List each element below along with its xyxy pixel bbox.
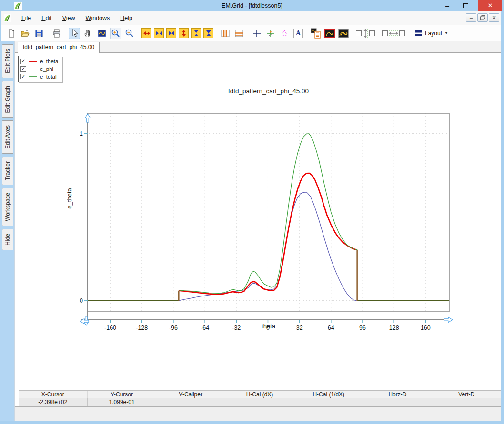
plot-report-button[interactable]	[310, 28, 322, 39]
print-button[interactable]	[51, 28, 62, 39]
menu-help[interactable]: Help	[116, 13, 137, 23]
emgrid-logo-icon	[14, 2, 22, 10]
v-compress-button[interactable]	[191, 28, 201, 38]
caliper-triangle-icon	[280, 29, 289, 38]
tracker-button[interactable]	[265, 28, 276, 39]
tracker-column-header: V-Caliper	[156, 391, 225, 398]
axis-pan-right-arrow[interactable]	[444, 317, 453, 323]
pointer-button[interactable]	[69, 28, 80, 39]
close-button[interactable]: ✕	[478, 0, 502, 11]
legend-checkbox[interactable]: ✓	[20, 74, 26, 79]
text-annotation-button[interactable]: A	[292, 28, 304, 39]
legend-item: ✓ e_total	[20, 73, 58, 80]
legend-item: ✓ e_theta	[20, 58, 58, 65]
tracker-column-value: 1.099e-01	[88, 398, 157, 406]
zoom-in-button[interactable]	[110, 28, 121, 39]
new-button[interactable]	[6, 28, 17, 39]
letter-a-icon: A	[293, 29, 303, 38]
chevron-down-icon: ▼	[444, 31, 448, 35]
tracker-column-header: H-Cal (dX)	[225, 391, 294, 398]
mdi-minimize-button[interactable]: –	[466, 13, 476, 22]
sidebar-tab-label: Edit Graph	[4, 86, 11, 113]
document-tab[interactable]: fdtd_pattern_cart_phi_45.00	[18, 42, 100, 53]
zoom-out-button[interactable]	[124, 28, 135, 39]
sidebar-tab-hide[interactable]: Hide	[2, 229, 13, 250]
tracker-column-value	[225, 398, 294, 406]
floppy-disk-icon	[34, 29, 44, 38]
y-tick-label: 0	[80, 297, 83, 304]
maximize-button[interactable]	[458, 0, 473, 11]
v-expand-icon	[180, 30, 188, 37]
file-group	[6, 28, 45, 39]
layout-dropdown-button[interactable]: Layout ▼	[412, 28, 452, 39]
tracker-axes-icon	[266, 29, 275, 38]
crosshair-button[interactable]	[251, 28, 262, 39]
tracker-column-header: X-Cursor	[19, 391, 88, 398]
minimize-button[interactable]: –	[440, 0, 454, 11]
legend-label: e_theta	[40, 59, 58, 64]
sidebar-tab-label: Workspace	[4, 193, 11, 221]
mdi-close-button[interactable]: ✕	[489, 13, 499, 22]
sidebar-tab-tracker[interactable]: Tracker	[2, 157, 13, 185]
toolbar: A Layout ▼	[1, 25, 501, 41]
legend-checkbox[interactable]: ✓	[20, 59, 26, 64]
tracker-column-value	[432, 398, 501, 406]
caliper-button[interactable]	[279, 28, 290, 39]
distribute-h-group	[382, 28, 405, 39]
print-group	[51, 28, 62, 39]
app-window: EM.Grid - [fdtdlesson5] – ✕ File Edit Vi…	[0, 0, 504, 424]
open-button[interactable]	[20, 28, 31, 39]
menu-edit[interactable]: Edit	[37, 13, 56, 23]
hand-icon	[83, 29, 93, 38]
legend-line-swatch	[29, 61, 37, 62]
layout-label: Layout	[425, 30, 442, 37]
mdi-restore-button[interactable]	[477, 13, 488, 22]
zoom-region-button[interactable]	[96, 28, 108, 39]
menu-windows[interactable]: Windows	[81, 13, 114, 23]
vertical-lines-icon	[221, 29, 230, 38]
x-axis-label: theta	[88, 323, 449, 330]
h-mirror-button[interactable]	[166, 28, 176, 38]
v-mirror-icon	[205, 30, 212, 37]
plotwin-group	[310, 28, 349, 39]
tracker-value-row: -2.398e+021.099e-01	[19, 398, 501, 406]
pan-button[interactable]	[82, 28, 94, 39]
axis-pan-up-arrow[interactable]	[85, 114, 91, 122]
sidebar-tab-workspace[interactable]: Workspace	[2, 188, 13, 226]
box-icon	[356, 30, 362, 36]
sidebar-tab-edit-axes[interactable]: Edit Axes	[2, 120, 13, 154]
tracker-header-row: X-CursorY-CursorV-CaliperH-Cal (dX)H-Cal…	[19, 391, 501, 398]
horizontal-gridlines-button[interactable]	[233, 28, 245, 39]
sidebar-tab-edit-graph[interactable]: Edit Graph	[2, 81, 13, 118]
printer-icon	[52, 29, 61, 38]
sidebar-tab-label: Edit Axes	[4, 125, 11, 149]
body: Edit Plots Edit Graph Edit Axes Tracker …	[0, 41, 504, 424]
menu-view[interactable]: View	[58, 13, 80, 23]
maximize-icon	[463, 3, 468, 8]
legend: ✓ e_theta ✓ e_phi ✓ e_total	[18, 56, 62, 82]
sidebar-tab-label: Hide	[4, 234, 11, 246]
distribute-v-group	[355, 28, 375, 39]
distribute-vertical-button[interactable]	[355, 28, 375, 39]
legend-checkbox[interactable]: ✓	[20, 66, 26, 72]
tracker-column-value	[363, 398, 433, 406]
plot-overlay-button[interactable]	[338, 28, 349, 39]
box-icon	[382, 30, 388, 36]
v-mirror-button[interactable]	[203, 28, 213, 38]
plot-single-button[interactable]	[324, 28, 335, 39]
v-expand-button[interactable]	[179, 28, 189, 38]
plot-single-icon	[324, 29, 335, 38]
menu-file[interactable]: File	[17, 13, 35, 23]
vertical-gridlines-button[interactable]	[220, 28, 231, 39]
v-compress-icon	[192, 30, 200, 37]
mdi-controls: – ✕	[466, 13, 499, 22]
save-button[interactable]	[33, 28, 45, 39]
h-compress-button[interactable]	[154, 28, 164, 38]
h-expand-button[interactable]	[141, 28, 151, 38]
tracker-column-value	[294, 398, 363, 406]
y-axis-label: e_theta	[66, 175, 73, 222]
new-document-icon	[7, 29, 16, 38]
sidebar-tab-edit-plots[interactable]: Edit Plots	[2, 44, 13, 78]
distribute-horizontal-button[interactable]	[382, 28, 405, 39]
tracker-column-header: H-Cal (1/dX)	[294, 391, 363, 398]
